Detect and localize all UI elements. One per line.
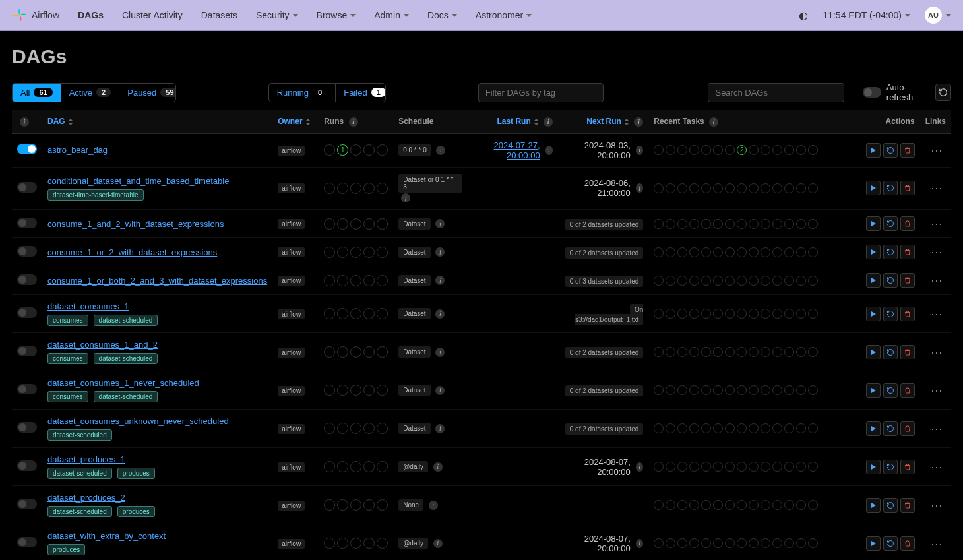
status-circle[interactable] [701,538,711,548]
status-circle[interactable] [337,308,348,319]
status-circle[interactable] [701,183,711,193]
status-circle[interactable] [725,276,735,286]
status-circle[interactable] [713,462,723,472]
status-circle[interactable] [808,347,818,357]
status-circle[interactable] [350,308,361,319]
status-circle[interactable] [324,423,335,434]
status-circle[interactable] [689,309,699,319]
status-circle[interactable] [689,183,699,193]
status-circle[interactable] [377,346,388,358]
status-circle[interactable] [377,423,388,434]
refresh-dag-button[interactable] [883,421,898,436]
delete-dag-button[interactable] [900,421,915,436]
status-circle[interactable] [713,183,723,193]
status-circle[interactable] [324,461,335,472]
status-circle[interactable] [689,462,699,472]
info-icon[interactable]: i [634,117,643,127]
status-circle[interactable] [337,275,348,286]
status-circle[interactable] [808,276,818,286]
status-circle[interactable] [725,247,735,257]
nav-admin[interactable]: Admin [374,10,409,20]
refresh-dag-button[interactable] [883,273,898,288]
tag[interactable]: produces [47,544,85,555]
status-circle[interactable] [796,423,806,433]
dataset-status-badge[interactable]: 0 of 2 datasets updated [565,247,644,259]
status-circle[interactable] [737,183,747,193]
trigger-dag-button[interactable] [866,307,881,321]
tag[interactable]: consumes [47,391,88,402]
status-circle[interactable] [350,461,361,472]
status-circle[interactable] [737,500,747,510]
tag[interactable]: dataset-time-based-timetable [47,189,144,201]
status-circle[interactable] [761,385,770,395]
dag-toggle[interactable] [17,346,37,356]
dag-link[interactable]: conditional_dataset_and_time_based_timet… [47,176,229,186]
trigger-dag-button[interactable] [866,536,881,551]
status-circle[interactable] [784,145,794,155]
status-circle[interactable] [350,385,361,396]
status-circle[interactable] [363,499,375,511]
dag-link[interactable]: dataset_produces_2 [47,493,125,503]
owner-badge[interactable]: airflow [278,462,305,472]
status-circle[interactable] [737,385,747,395]
nav-datasets[interactable]: Datasets [201,10,237,20]
info-icon[interactable]: i [636,462,643,472]
delete-dag-button[interactable] [900,345,915,359]
tag-filter-input[interactable] [478,83,604,102]
status-circle[interactable] [377,308,388,319]
status-circle[interactable] [689,347,699,357]
status-circle[interactable] [761,462,770,472]
status-circle[interactable] [654,500,664,510]
status-circle[interactable] [654,309,664,319]
status-circle[interactable] [377,538,388,549]
info-icon[interactable]: i [429,501,438,510]
status-circle[interactable] [761,347,770,357]
tag[interactable]: dataset-scheduled [47,506,112,517]
delete-dag-button[interactable] [900,143,915,158]
info-icon[interactable]: i [545,146,553,155]
schedule-pill[interactable]: Dataset [398,218,430,230]
status-circle[interactable] [677,309,687,319]
owner-badge[interactable]: airflow [278,501,305,511]
status-circle[interactable] [761,219,770,229]
status-circle[interactable] [713,423,723,433]
status-circle[interactable] [363,385,375,396]
status-circle[interactable] [337,247,348,258]
status-circle[interactable] [377,499,388,511]
status-circle[interactable] [749,385,759,395]
dag-toggle[interactable] [17,307,37,318]
auto-refresh-toggle[interactable] [863,87,881,98]
status-circle[interactable] [701,309,711,319]
dag-toggle[interactable] [17,537,37,547]
schedule-pill[interactable]: Dataset [398,275,430,286]
status-circle[interactable] [725,423,735,433]
dag-toggle[interactable] [17,274,37,285]
status-circle[interactable] [808,500,818,510]
status-circle[interactable] [677,385,687,395]
schedule-pill[interactable]: 0 0 * * 0 [398,144,431,156]
status-circle[interactable] [377,275,388,286]
status-circle[interactable] [377,183,388,194]
schedule-pill[interactable]: Dataset [398,346,430,358]
status-circle[interactable] [749,462,759,472]
status-circle[interactable] [796,538,806,548]
status-circle[interactable] [772,309,782,319]
status-circle[interactable] [677,219,687,229]
status-circle[interactable] [666,538,675,548]
status-circle[interactable] [689,247,699,257]
theme-toggle-icon[interactable]: ◐ [799,9,808,22]
status-circle[interactable] [677,183,687,193]
status-circle[interactable] [772,538,782,548]
status-circle[interactable]: 1 [337,144,348,156]
status-circle[interactable] [796,462,806,472]
status-circle[interactable] [737,347,747,357]
status-circle[interactable] [761,247,770,257]
status-circle[interactable] [808,538,818,548]
tab-running[interactable]: Running 0 [269,84,336,102]
schedule-pill[interactable]: None [398,499,423,511]
dag-toggle[interactable] [17,218,37,228]
more-links-icon[interactable]: ⋯ [928,144,946,157]
status-circle[interactable] [701,462,711,472]
tag[interactable]: dataset-scheduled [47,468,112,479]
refresh-dag-button[interactable] [883,143,898,158]
